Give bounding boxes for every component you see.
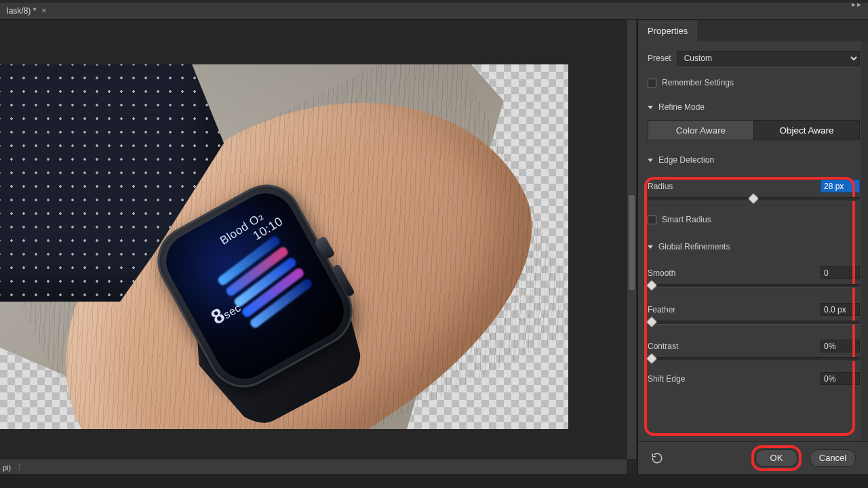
contrast-value[interactable] — [821, 340, 860, 352]
properties-panel: Properties Preset Custom Remember Settin… — [637, 20, 868, 474]
properties-tab[interactable]: Properties — [638, 20, 697, 41]
canvas-status-bar: pi) 〉 — [0, 459, 627, 474]
panel-vertical-scrollbar[interactable] — [861, 41, 868, 441]
contrast-label: Contrast — [648, 342, 678, 351]
shift-edge-value[interactable] — [821, 372, 860, 385]
document-tab[interactable]: lask/8) * × — [0, 3, 54, 19]
radius-value[interactable] — [821, 180, 860, 192]
mode-color-aware[interactable]: Color Aware — [648, 121, 753, 140]
ok-button[interactable]: OK — [755, 449, 797, 467]
feather-label: Feather — [648, 305, 675, 314]
shift-edge-label: Shift Edge — [648, 374, 685, 384]
document-canvas[interactable]: Blood O₂ 10:10 8sec — [0, 64, 568, 429]
slider-thumb[interactable] — [646, 317, 658, 328]
remember-settings-checkbox[interactable] — [648, 79, 656, 87]
annotation-highlight: OK — [751, 445, 802, 471]
preset-select[interactable]: Custom — [677, 51, 860, 66]
document-tab-strip: lask/8) * × — [0, 3, 868, 20]
chevron-down-icon — [648, 245, 653, 249]
smart-radius-label: Smart Radius — [662, 215, 711, 224]
chevron-right-icon[interactable]: 〉 — [15, 462, 28, 472]
feather-slider[interactable] — [648, 321, 860, 325]
smooth-value[interactable] — [821, 266, 860, 279]
edge-detection-header[interactable]: Edge Detection — [648, 155, 860, 165]
close-icon[interactable]: × — [41, 5, 47, 16]
scrollbar-thumb[interactable] — [629, 195, 635, 290]
cancel-button[interactable]: Cancel — [810, 449, 856, 467]
smooth-slider[interactable] — [648, 284, 860, 288]
zoom-readout[interactable]: pi) — [3, 464, 11, 472]
chevron-down-icon — [648, 106, 653, 109]
slider-thumb[interactable] — [748, 193, 760, 205]
slider-thumb[interactable] — [646, 353, 658, 365]
contrast-slider[interactable] — [648, 357, 860, 361]
radius-label: Radius — [648, 182, 673, 191]
global-refinements-header[interactable]: Global Refinements — [648, 242, 860, 251]
canvas-viewport[interactable]: Blood O₂ 10:10 8sec pi) 〉 — [0, 20, 637, 474]
slider-thumb[interactable] — [646, 280, 658, 291]
canvas-vertical-scrollbar[interactable] — [627, 20, 637, 459]
reset-icon[interactable] — [650, 451, 664, 465]
collapse-arrows-icon[interactable]: ▸▸ — [852, 0, 863, 9]
preset-label: Preset — [648, 54, 671, 63]
refine-mode-header[interactable]: Refine Mode — [648, 102, 860, 112]
chevron-down-icon — [648, 159, 653, 162]
smart-radius-checkbox[interactable] — [648, 216, 656, 224]
smooth-label: Smooth — [648, 268, 675, 278]
mode-object-aware[interactable]: Object Aware — [753, 121, 859, 140]
feather-value[interactable] — [821, 303, 860, 316]
radius-slider[interactable] — [648, 197, 860, 201]
document-tab-label: lask/8) * — [7, 6, 36, 16]
remember-settings-label: Remember Settings — [662, 78, 734, 87]
